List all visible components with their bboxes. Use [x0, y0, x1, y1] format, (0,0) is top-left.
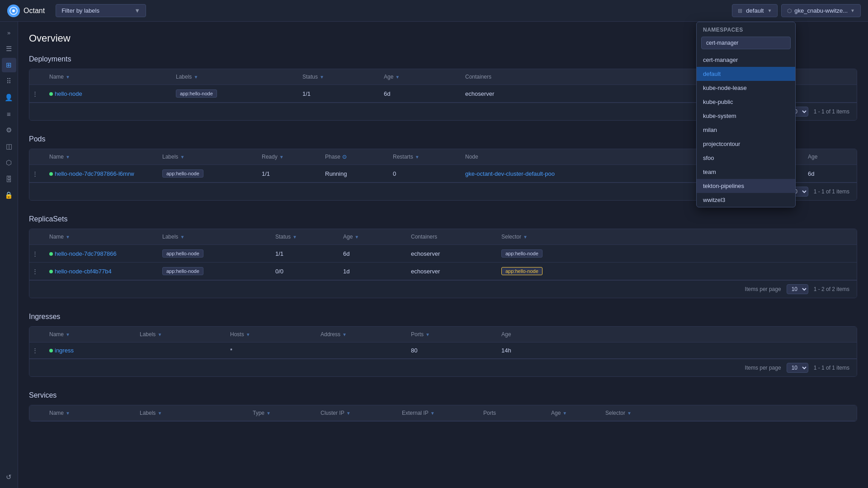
th-ing-labels[interactable]: Labels ▼ [134, 327, 225, 342]
th-ing-hosts[interactable]: Hosts ▼ [225, 327, 315, 342]
th-svc-actions-spacer [29, 405, 44, 421]
sidebar-icon-user[interactable]: 👤 [2, 90, 16, 105]
th-rs-name[interactable]: Name ▼ [44, 229, 157, 244]
sidebar-icon-document[interactable]: ☰ [2, 42, 16, 56]
sort-icon-dep-name: ▼ [66, 75, 70, 80]
namespace-item-team[interactable]: team [697, 165, 795, 179]
services-table-header: Name ▼ Labels ▼ Type ▼ Cluster IP ▼ Exte… [29, 405, 857, 421]
th-rs-selector: Selector ▼ [496, 229, 857, 244]
ingresses-table: Name ▼ Labels ▼ Hosts ▼ Address ▼ Ports … [29, 326, 857, 377]
selector-tag-2-yellow: app:hello-node [501, 267, 542, 275]
rs-row-actions-menu-2[interactable]: ⋮ [29, 264, 44, 278]
filter-labels-dropdown[interactable]: Filter by labels ▼ [56, 4, 146, 17]
th-rs-actions-spacer [29, 229, 44, 244]
ing-per-page-select[interactable]: 10 25 50 [787, 363, 808, 373]
th-pod-ready[interactable]: Ready ▼ [256, 149, 320, 164]
th-rs-labels[interactable]: Labels ▼ [157, 229, 270, 244]
rs-pagination-count: 1 - 2 of 2 items [814, 286, 849, 292]
sidebar-icon-update[interactable]: ↺ [2, 470, 16, 484]
th-svc-externalip[interactable]: External IP ▼ [396, 405, 478, 421]
sidebar-icon-security[interactable]: 🔒 [2, 188, 16, 202]
namespace-item-kube-public[interactable]: kube-public [697, 95, 795, 109]
sidebar-icon-list[interactable]: ≡ [2, 107, 16, 121]
deployment-status: 1/1 [297, 86, 378, 102]
sidebar-icon-settings[interactable]: ⚙ [2, 123, 16, 137]
namespace-item-kube-node-lease[interactable]: kube-node-lease [697, 81, 795, 95]
rs-row-actions-menu-1[interactable]: ⋮ [29, 247, 44, 261]
sidebar-icon-layers[interactable]: ◫ [2, 139, 16, 154]
sidebar-icon-network[interactable]: ⬡ [2, 155, 16, 170]
cluster-hex-icon: ⬡ [787, 8, 792, 14]
th-dep-labels[interactable]: Labels ▼ [170, 69, 297, 84]
dep-pagination-count: 1 - 1 of 1 items [814, 108, 849, 115]
pod-restarts: 0 [387, 166, 460, 182]
th-dep-status[interactable]: Status ▼ [297, 69, 378, 84]
pod-row-actions-menu[interactable]: ⋮ [29, 167, 44, 181]
ing-row-actions-menu[interactable]: ⋮ [29, 343, 44, 357]
ingress-age: 14h [496, 343, 857, 358]
sort-icon-rs-status: ▼ [292, 235, 297, 239]
row-actions-menu[interactable]: ⋮ [29, 87, 44, 101]
rs-name-link-2[interactable]: hello-node-cbf4b77b4 [44, 263, 157, 279]
selector-tag-1: app:hello-node [501, 249, 542, 258]
pods-pagination-count: 1 - 1 of 1 items [814, 188, 849, 195]
th-svc-type[interactable]: Type ▼ [247, 405, 315, 421]
th-pod-restarts[interactable]: Restarts ▼ [387, 149, 460, 164]
th-ing-address[interactable]: Address ▼ [315, 327, 406, 342]
th-svc-age[interactable]: Age ▼ [546, 405, 600, 421]
namespace-item-kube-system[interactable]: kube-system [697, 109, 795, 123]
th-pod-name[interactable]: Name ▼ [44, 149, 157, 164]
app-logo: Octant [7, 5, 45, 17]
rs-name-link-1[interactable]: hello-node-7dc7987866 [44, 246, 157, 262]
logo-icon [7, 5, 20, 17]
th-ing-name[interactable]: Name ▼ [44, 327, 134, 342]
th-rs-age[interactable]: Age ▼ [338, 229, 406, 244]
namespace-item-cert-manager[interactable]: cert-manager [697, 53, 795, 67]
deployment-name-link[interactable]: hello-node [44, 86, 170, 102]
sort-icon-rs-name: ▼ [66, 235, 70, 239]
namespace-item-tekton-pipelines[interactable]: tekton-pipelines [697, 179, 795, 193]
pod-name-link[interactable]: hello-node-7dc7987866-l6mrw [44, 166, 157, 182]
th-svc-clusterip[interactable]: Cluster IP ▼ [315, 405, 396, 421]
namespace-item-default[interactable]: default [697, 67, 795, 81]
services-table: Name ▼ Labels ▼ Type ▼ Cluster IP ▼ Exte… [29, 405, 857, 422]
sidebar-icon-storage[interactable]: 🗄 [2, 172, 16, 186]
namespace-item-projectcontour[interactable]: projectcontour [697, 137, 795, 151]
phase-filter-icon[interactable]: ⊙ [342, 154, 347, 160]
th-svc-name[interactable]: Name ▼ [44, 405, 134, 421]
th-svc-selector: Selector ▼ [600, 405, 857, 421]
cluster-selector[interactable]: ⬡ gke_cnabu-wwitze... ▼ [781, 4, 861, 17]
sidebar-icon-grid[interactable]: ⠿ [2, 74, 16, 89]
th-pod-labels[interactable]: Labels ▼ [157, 149, 256, 164]
th-actions-spacer [29, 69, 44, 84]
ingresses-section: Ingresses Name ▼ Labels ▼ Hosts ▼ Addres… [29, 313, 857, 377]
status-dot-green [49, 270, 53, 273]
sort-icon-ing-hosts: ▼ [246, 332, 250, 337]
rs-per-page-select[interactable]: 10 25 50 [787, 284, 808, 294]
namespace-item-wwitzel3[interactable]: wwitzel3 [697, 193, 795, 207]
pod-ready: 1/1 [256, 166, 320, 182]
ingress-name-link[interactable]: ingress [44, 343, 134, 358]
th-svc-labels[interactable]: Labels ▼ [134, 405, 247, 421]
th-rs-status[interactable]: Status ▼ [270, 229, 338, 244]
th-ing-ports[interactable]: Ports ▼ [406, 327, 496, 342]
status-dot-green [49, 172, 53, 176]
services-section: Services Name ▼ Labels ▼ Type ▼ Cluster … [29, 391, 857, 422]
th-dep-containers: Containers [460, 69, 857, 84]
namespace-item-milan[interactable]: milan [697, 123, 795, 137]
th-dep-age[interactable]: Age ▼ [378, 69, 460, 84]
sidebar-icon-dashboard[interactable]: ⊞ [2, 58, 16, 72]
th-pod-age: Age [802, 149, 857, 164]
namespace-item-sfoo[interactable]: sfoo [697, 151, 795, 165]
sort-icon-dep-status: ▼ [320, 75, 324, 80]
status-dot-green [49, 349, 53, 352]
th-pod-phase[interactable]: Phase ⊙ [320, 149, 387, 164]
th-pod-actions-spacer [29, 149, 44, 164]
replicasets-table-header: Name ▼ Labels ▼ Status ▼ Age ▼ Container… [29, 229, 857, 245]
namespace-selector[interactable]: ⊞ default ▼ [732, 4, 778, 17]
namespace-search-input[interactable] [701, 37, 791, 49]
sidebar-expand-button[interactable]: » [2, 25, 16, 40]
namespace-grid-icon: ⊞ [738, 8, 742, 14]
th-dep-name[interactable]: Name ▼ [44, 69, 170, 84]
sort-icon-pod-ready: ▼ [279, 155, 284, 160]
